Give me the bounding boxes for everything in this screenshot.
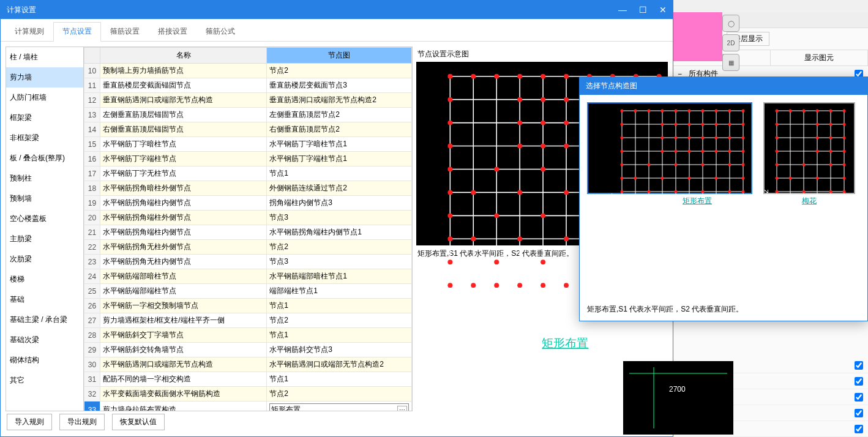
table-row[interactable]: 28水平钢筋斜交丁字墙节点节点1 bbox=[84, 328, 412, 343]
row-node[interactable]: 拐角端柱内侧节点3 bbox=[267, 196, 412, 211]
sidebar-item-9[interactable]: 主肋梁 bbox=[6, 229, 83, 249]
dialog-tab-2[interactable]: 箍筋设置 bbox=[101, 22, 149, 41]
minimize-icon[interactable]: — bbox=[618, 5, 627, 15]
table-row[interactable]: 20水平钢筋拐角端柱外侧节点节点3 bbox=[84, 211, 412, 225]
row-name[interactable]: 水平钢筋拐角端柱内侧节点 bbox=[100, 225, 267, 240]
table-row[interactable]: 18水平钢筋拐角暗柱外侧节点外侧钢筋连续通过节点2 bbox=[84, 181, 412, 196]
dialog-tab-1[interactable]: 节点设置 bbox=[53, 22, 101, 42]
table-row[interactable]: 16水平钢筋丁字端柱节点水平钢筋丁字端柱节点1 bbox=[84, 152, 412, 166]
row-name[interactable]: 水平钢筋拐角暗柱外侧节点 bbox=[100, 181, 267, 196]
table-row[interactable]: 32水平变截面墙变截面侧水平钢筋构造节点2 bbox=[84, 387, 412, 402]
view-2d-button[interactable]: 2D bbox=[722, 34, 739, 51]
row-node[interactable]: 左侧垂直筋顶层节点2 bbox=[267, 108, 412, 122]
import-rule-button[interactable]: 导入规则 bbox=[7, 414, 52, 430]
table-row[interactable]: 27剪力墙遇框架柱/框支柱/端柱平齐一侧节点2 bbox=[84, 313, 412, 328]
row-node[interactable]: 水平钢筋丁字端柱节点1 bbox=[267, 152, 412, 166]
table-row[interactable]: 21水平钢筋拐角端柱内侧节点水平钢筋拐角端柱内侧节点1 bbox=[84, 225, 412, 240]
row-node[interactable]: 节点3 bbox=[267, 255, 412, 269]
close-icon[interactable]: ✕ bbox=[659, 5, 667, 15]
table-row[interactable]: 29水平钢筋斜交转角墙节点水平钢筋斜交节点3 bbox=[84, 343, 412, 357]
row-name[interactable]: 右侧垂直筋顶层锚固节点 bbox=[100, 122, 267, 137]
table-row[interactable]: 24水平钢筋端部暗柱节点水平钢筋端部暗柱节点1 bbox=[84, 269, 412, 284]
sidebar-item-13[interactable]: 基础主梁 / 承台梁 bbox=[6, 310, 83, 330]
layer-checkbox[interactable] bbox=[855, 409, 863, 417]
sidebar-item-12[interactable]: 基础 bbox=[6, 289, 83, 310]
row-node[interactable]: 节点1 bbox=[267, 166, 412, 181]
export-rule-button[interactable]: 导出规则 bbox=[59, 414, 105, 430]
table-row[interactable]: 26水平钢筋一字相交预制墙节点节点1 bbox=[84, 299, 412, 313]
table-row[interactable]: 10预制墙上剪力墙插筋节点节点2 bbox=[84, 64, 412, 78]
dialog-tab-0[interactable]: 计算规则 bbox=[6, 22, 53, 41]
table-row[interactable]: 17水平钢筋丁字无柱节点节点1 bbox=[84, 166, 412, 181]
sidebar-item-15[interactable]: 砌体结构 bbox=[6, 350, 83, 370]
row-node[interactable]: 水平钢筋端部暗柱节点1 bbox=[267, 269, 412, 284]
sidebar-item-11[interactable]: 楼梯 bbox=[6, 269, 83, 289]
row-name[interactable]: 左侧垂直筋顶层锚固节点 bbox=[100, 108, 267, 122]
sidebar-item-4[interactable]: 非框架梁 bbox=[6, 128, 83, 148]
table-row[interactable]: 15水平钢筋丁字暗柱节点水平钢筋丁字暗柱节点1 bbox=[84, 137, 412, 152]
sidebar-item-3[interactable]: 框架梁 bbox=[6, 108, 83, 128]
row-node[interactable]: 垂直筋遇洞口或端部无节点构造2 bbox=[267, 93, 412, 108]
sidebar-item-7[interactable]: 预制墙 bbox=[6, 189, 83, 209]
row-node[interactable]: 右侧垂直筋顶层节点2 bbox=[267, 122, 412, 137]
row-name[interactable]: 水平钢筋斜交丁字墙节点 bbox=[100, 328, 267, 343]
sidebar-item-8[interactable]: 空心楼盖板 bbox=[6, 209, 83, 229]
row-node[interactable]: 节点2 bbox=[267, 240, 412, 255]
sidebar-item-6[interactable]: 预制柱 bbox=[6, 168, 83, 189]
option-plum-layout[interactable]: S2S1 梅花 bbox=[763, 102, 855, 206]
sidebar-item-0[interactable]: 柱 / 墙柱 bbox=[6, 47, 83, 67]
row-name[interactable]: 水平钢筋拐角端柱外侧节点 bbox=[100, 211, 267, 225]
row-node[interactable]: 水平钢筋拐角端柱内侧节点1 bbox=[267, 225, 412, 240]
row-name[interactable]: 剪力墙身拉筋布置构造 bbox=[100, 402, 267, 412]
row-name[interactable]: 水平钢筋斜交转角墙节点 bbox=[100, 343, 267, 357]
row-node[interactable]: 节点2 bbox=[267, 64, 412, 78]
row-name[interactable]: 水平钢筋丁字暗柱节点 bbox=[100, 137, 267, 152]
table-row[interactable]: 25水平钢筋端部端柱节点端部端柱节点1 bbox=[84, 284, 412, 299]
table-row[interactable]: 19水平钢筋拐角端柱内侧节点拐角端柱内侧节点3 bbox=[84, 196, 412, 211]
row-node[interactable]: 节点3 bbox=[267, 211, 412, 225]
row-node[interactable]: 节点2 bbox=[267, 387, 412, 402]
row-name[interactable]: 剪力墙遇框架柱/框支柱/端柱平齐一侧 bbox=[100, 313, 267, 328]
row-name[interactable]: 水平钢筋丁字端柱节点 bbox=[100, 152, 267, 166]
row-node[interactable]: 外侧钢筋连续通过节点2 bbox=[267, 181, 412, 196]
option-rect-layout[interactable]: SS 矩形布置 bbox=[587, 102, 752, 206]
table-row[interactable]: 11垂直筋楼层变截面锚固节点垂直筋楼层变截面节点3 bbox=[84, 78, 412, 93]
table-row[interactable]: 31配筋不同的墙一字相交构造节点1 bbox=[84, 372, 412, 387]
sidebar-item-14[interactable]: 基础次梁 bbox=[6, 330, 83, 350]
layer-checkbox[interactable] bbox=[855, 377, 863, 386]
row-name[interactable]: 预制墙上剪力墙插筋节点 bbox=[100, 64, 267, 78]
row-name[interactable]: 水平钢筋遇洞口或端部无节点构造 bbox=[100, 357, 267, 372]
row-node[interactable]: 端部端柱节点1 bbox=[267, 284, 412, 299]
row-name[interactable]: 水平钢筋端部暗柱节点 bbox=[100, 269, 267, 284]
row-node[interactable]: 矩形布置⋯ bbox=[267, 402, 412, 412]
table-row[interactable]: 30水平钢筋遇洞口或端部无节点构造水平钢筋遇洞口或端部无节点构造2 bbox=[84, 357, 412, 372]
row-name[interactable]: 水平钢筋拐角无柱外侧节点 bbox=[100, 240, 267, 255]
row-name[interactable]: 水平钢筋端部端柱节点 bbox=[100, 284, 267, 299]
sidebar-item-5[interactable]: 板 / 叠合板(整厚) bbox=[6, 148, 83, 168]
layer-checkbox[interactable] bbox=[855, 425, 863, 433]
sidebar-item-10[interactable]: 次肋梁 bbox=[6, 249, 83, 269]
browse-icon[interactable]: ⋯ bbox=[397, 406, 407, 411]
row-node[interactable]: 垂直筋楼层变截面节点3 bbox=[267, 78, 412, 93]
sidebar-item-16[interactable]: 其它 bbox=[6, 370, 83, 390]
row-node[interactable]: 节点1 bbox=[267, 328, 412, 343]
table-row[interactable]: 12垂直钢筋遇洞口或端部无节点构造垂直筋遇洞口或端部无节点构造2 bbox=[84, 93, 412, 108]
row-name[interactable]: 垂直筋楼层变截面锚固节点 bbox=[100, 78, 267, 93]
row-name[interactable]: 配筋不同的墙一字相交构造 bbox=[100, 372, 267, 387]
layer-checkbox[interactable] bbox=[855, 361, 863, 370]
table-row[interactable]: 22水平钢筋拐角无柱外侧节点节点2 bbox=[84, 240, 412, 255]
sidebar-item-1[interactable]: 剪力墙 bbox=[6, 67, 83, 88]
orbit-icon[interactable]: ◯ bbox=[722, 15, 739, 32]
row-name[interactable]: 水平钢筋拐角端柱内侧节点 bbox=[100, 196, 267, 211]
table-row[interactable]: 14右侧垂直筋顶层锚固节点右侧垂直筋顶层节点2 bbox=[84, 122, 412, 137]
row-name[interactable]: 水平变截面墙变截面侧水平钢筋构造 bbox=[100, 387, 267, 402]
row-node[interactable]: 水平钢筋斜交节点3 bbox=[267, 343, 412, 357]
row-name[interactable]: 水平钢筋拐角无柱内侧节点 bbox=[100, 255, 267, 269]
row-node[interactable]: 节点1 bbox=[267, 299, 412, 313]
row-name[interactable]: 水平钢筋丁字无柱节点 bbox=[100, 166, 267, 181]
sidebar-item-2[interactable]: 人防门框墙 bbox=[6, 88, 83, 108]
row-node[interactable]: 水平钢筋丁字暗柱节点1 bbox=[267, 137, 412, 152]
restore-default-button[interactable]: 恢复默认值 bbox=[112, 414, 165, 430]
table-row[interactable]: 23水平钢筋拐角无柱内侧节点节点3 bbox=[84, 255, 412, 269]
maximize-icon[interactable]: ☐ bbox=[639, 5, 647, 15]
